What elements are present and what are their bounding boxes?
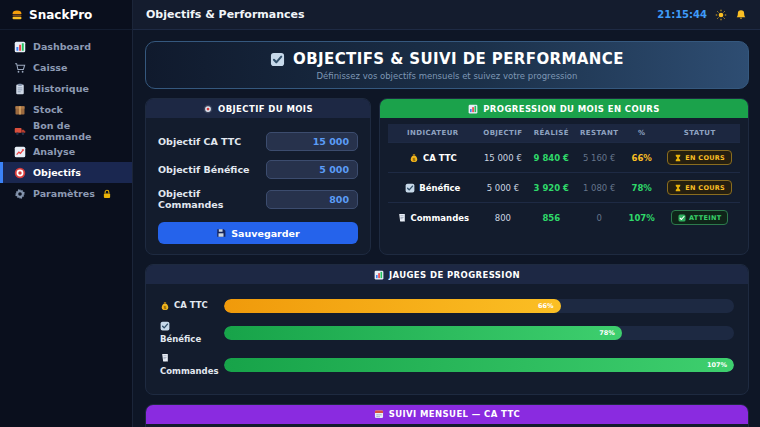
status-badge-label: EN COURS [685, 184, 725, 192]
sidebar-nav: DashboardCaisseHistoriqueStockBon de com… [0, 30, 132, 204]
save-button-label: Sauvegarder [231, 228, 299, 239]
checkbox-icon [160, 321, 170, 331]
sidebar-item-stock[interactable]: Stock [0, 99, 132, 120]
floppy-icon [216, 228, 226, 238]
gauge-row: $CA TTC66% [160, 299, 734, 313]
package-icon [14, 104, 26, 116]
sidebar-item-objectifs[interactable]: Objectifs [0, 162, 132, 183]
objectif-value: 5 000 € [478, 173, 529, 203]
realise-value: 9 840 € [528, 143, 574, 173]
restant-value: 1 080 € [574, 173, 624, 203]
sidebar-item-bon-de-commande[interactable]: Bon de commande [0, 120, 132, 141]
progression-panel: PROGRESSION DU MOIS EN COURS INDICATEURO… [379, 98, 749, 255]
objective-field-row: Objectif Bénéfice [158, 160, 358, 179]
gauge-track: 66% [224, 299, 734, 313]
gauge-label: Commandes [160, 353, 212, 377]
gauge-label-text: Bénéfice [160, 335, 201, 345]
objective-input-1[interactable] [266, 160, 358, 179]
gauge-label-text: CA TTC [174, 301, 208, 311]
app-title: SnackPro [29, 8, 92, 22]
checkbox-icon [270, 52, 285, 67]
objective-field-row: Objectif Commandes [158, 188, 358, 210]
status-badge: ATTEINT [671, 210, 728, 225]
gauge-label: Bénéfice [160, 321, 212, 345]
indicator-cell: Bénéfice [390, 183, 476, 193]
banner-title-row: OBJECTIFS & SUIVI DE PERFORMANCE [146, 50, 748, 68]
lock-icon [102, 189, 112, 199]
sidebar-item-label: Objectifs [33, 167, 81, 178]
banner: OBJECTIFS & SUIVI DE PERFORMANCE Définis… [145, 41, 749, 89]
progression-column-header: RESTANT [574, 124, 624, 143]
sidebar-item-caisse[interactable]: Caisse [0, 57, 132, 78]
monthly-panel-title: SUIVI MENSUEL — CA TTC [389, 409, 521, 419]
gauge-fill: 78% [224, 326, 622, 340]
gauges-panel: JAUGES DE PROGRESSION $CA TTC66%Bénéfice… [145, 264, 749, 395]
gauge-fill: 66% [224, 299, 561, 313]
banner-subtitle: Définissez vos objectifs mensuels et sui… [146, 71, 748, 81]
checkbox-icon [405, 183, 415, 193]
indicator-label: CA TTC [423, 153, 457, 163]
indicator-label: Commandes [411, 213, 470, 223]
status-badge-label: EN COURS [685, 154, 725, 162]
status-badge-label: ATTEINT [689, 214, 721, 222]
objectives-panel-title: OBJECTIF DU MOIS [218, 104, 313, 114]
sidebar-item-label: Caisse [33, 62, 67, 73]
restant-value: 5 160 € [574, 143, 624, 173]
main-area: Objectifs & Performances 21:15:44 OBJECT… [133, 0, 760, 427]
sun-icon[interactable] [715, 9, 727, 21]
bar-chart-icon [14, 41, 26, 53]
app-logo: SnackPro [0, 0, 132, 30]
progression-table: INDICATEUROBJECTIFRÉALISÉRESTANT%STATUT … [388, 124, 740, 232]
sidebar-item-label: Paramètres [33, 188, 95, 199]
sidebar-item-dashboard[interactable]: Dashboard [0, 36, 132, 57]
percent-value: 78% [624, 173, 659, 203]
status-badge: EN COURS [667, 180, 732, 195]
objectives-panel-header: OBJECTIF DU MOIS [146, 99, 370, 118]
indicator-label: Bénéfice [419, 183, 460, 193]
svg-text:$: $ [163, 305, 166, 310]
gauges-panel-title: JAUGES DE PROGRESSION [389, 270, 520, 280]
objective-field-label: Objectif CA TTC [158, 136, 241, 147]
status-badge: EN COURS [667, 150, 732, 165]
sidebar-item-historique[interactable]: Historique [0, 78, 132, 99]
truck-icon [14, 125, 26, 137]
sidebar-item-label: Bon de commande [33, 120, 121, 142]
percent-value: 107% [624, 203, 659, 233]
gauge-percent: 66% [538, 302, 554, 310]
panels-row: OBJECTIF DU MOIS Objectif CA TTCObjectif… [145, 98, 749, 255]
realise-value: 3 920 € [528, 173, 574, 203]
app-window: SnackPro DashboardCaisseHistoriqueStockB… [0, 0, 760, 427]
objective-field-label: Objectif Bénéfice [158, 164, 249, 175]
indicator-cell: $CA TTC [390, 153, 476, 163]
sidebar-item-param-tres[interactable]: Paramètres [0, 183, 132, 204]
sidebar-item-label: Dashboard [33, 41, 91, 52]
objectif-value: 800 [478, 203, 529, 233]
progression-column-header: INDICATEUR [388, 124, 478, 143]
progression-column-header: OBJECTIF [478, 124, 529, 143]
receipt-icon [397, 213, 407, 223]
sidebar-item-label: Historique [33, 83, 89, 94]
objective-input-2[interactable] [266, 190, 358, 209]
gauge-track: 107% [224, 358, 734, 372]
topbar-right: 21:15:44 [657, 9, 747, 21]
hourglass-icon [674, 184, 682, 192]
dartboard-icon [203, 104, 213, 114]
topbar: Objectifs & Performances 21:15:44 [133, 0, 760, 30]
progression-column-header: STATUT [659, 124, 740, 143]
objective-input-0[interactable] [266, 132, 358, 151]
gear-icon [14, 188, 26, 200]
bell-icon[interactable] [735, 9, 747, 21]
monthly-panel: SUIVI MENSUEL — CA TTC JANV.FÉVR.MARSAVR… [145, 404, 749, 427]
gauge-list: $CA TTC66%Bénéfice78%Commandes107% [146, 284, 748, 394]
content: OBJECTIFS & SUIVI DE PERFORMANCE Définis… [133, 30, 760, 427]
receipt-icon [160, 353, 170, 363]
gauge-percent: 78% [599, 329, 615, 337]
progression-column-header: % [624, 124, 659, 143]
objective-field-label: Objectif Commandes [158, 188, 266, 210]
objective-fields: Objectif CA TTCObjectif BénéficeObjectif… [146, 118, 370, 219]
gauge-row: Commandes107% [160, 353, 734, 377]
save-button[interactable]: Sauvegarder [158, 222, 358, 244]
bar-chart-icon [374, 270, 384, 280]
sidebar-item-analyse[interactable]: Analyse [0, 141, 132, 162]
cart-icon [14, 62, 26, 74]
